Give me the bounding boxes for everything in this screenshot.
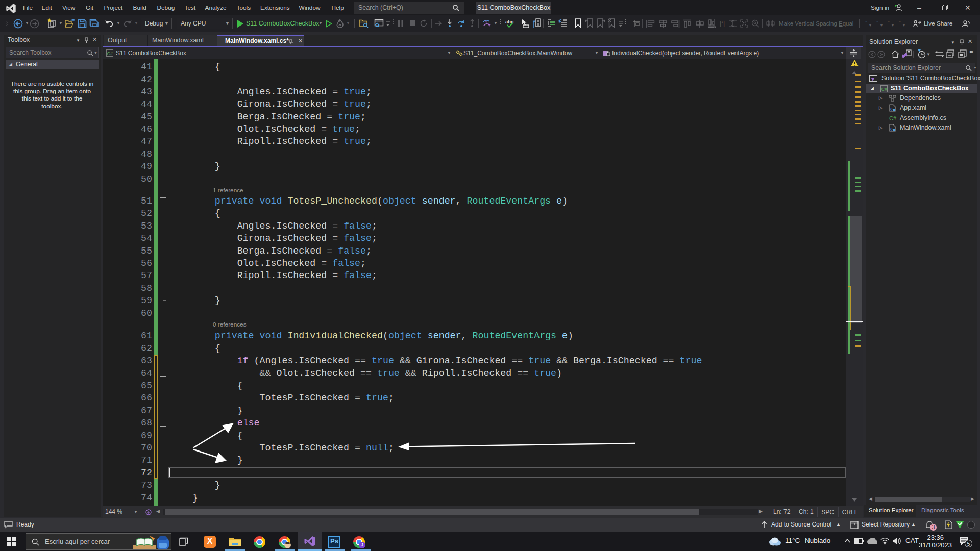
svg-text:C#: C# [881, 86, 888, 91]
svg-text:C#: C# [107, 51, 113, 56]
svg-text:〈〉: 〈〉 [890, 127, 893, 131]
svg-text:C#: C# [889, 115, 897, 121]
svg-text:〈〉: 〈〉 [890, 107, 893, 111]
